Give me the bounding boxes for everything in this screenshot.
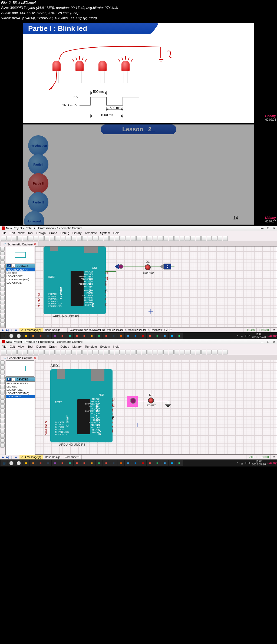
tray-chevron[interactable]: へ xyxy=(237,334,239,338)
menu-file[interactable]: File xyxy=(2,231,6,235)
device-led-red[interactable]: LED-RED xyxy=(6,385,35,388)
tool-button[interactable] xyxy=(0,301,5,305)
toolbar-button[interactable] xyxy=(185,350,190,354)
mini-view[interactable] xyxy=(6,247,34,263)
tab-close-icon[interactable]: ✕ xyxy=(34,356,36,359)
taskbar-app[interactable]: ■ xyxy=(132,460,139,466)
taskbar-app[interactable]: ■ xyxy=(30,460,37,466)
taskbar-app[interactable]: ⚪ xyxy=(8,460,15,466)
toolbar-button[interactable] xyxy=(196,350,201,354)
toolbar-button[interactable] xyxy=(12,350,17,354)
toolbar-button[interactable] xyxy=(66,236,71,241)
tool-button[interactable] xyxy=(0,318,5,323)
toolbar-button[interactable] xyxy=(109,236,114,241)
menu-help[interactable]: Help xyxy=(113,345,120,348)
device-arduino[interactable]: ARDUINO UNO R3 xyxy=(6,268,35,271)
taskbar-app[interactable]: ■ xyxy=(59,460,66,466)
taskbar-app[interactable]: ■ xyxy=(154,333,161,339)
toolbar-button[interactable] xyxy=(77,236,82,241)
taskbar-app[interactable]: ■ xyxy=(176,333,183,339)
taskbar-app[interactable]: ■ xyxy=(169,460,176,466)
tool-button[interactable] xyxy=(0,296,5,300)
menu-system[interactable]: System xyxy=(100,345,110,348)
maximize-button[interactable]: ☐ xyxy=(265,339,271,344)
tool-button[interactable] xyxy=(0,247,5,251)
taskbar-app[interactable]: ⚪ xyxy=(15,333,22,339)
menu-system[interactable]: System xyxy=(100,231,110,235)
minimize-button[interactable]: — xyxy=(259,226,265,231)
menu-library[interactable]: Library xyxy=(72,345,82,348)
toolbar-button[interactable] xyxy=(212,350,217,354)
tool-button[interactable] xyxy=(0,409,5,413)
tool-button[interactable] xyxy=(0,283,5,287)
play-button[interactable]: ▶ xyxy=(1,328,5,332)
taskbar-app[interactable]: ■ xyxy=(88,460,95,466)
logic-state-input[interactable] xyxy=(115,264,123,270)
toolbar-button[interactable] xyxy=(17,350,22,354)
taskbar-app[interactable]: ⊞ xyxy=(1,460,8,466)
taskbar-app[interactable]: ■ xyxy=(147,460,154,466)
taskbar-app[interactable]: ■ xyxy=(52,333,59,339)
pause-button[interactable]: || xyxy=(10,455,14,459)
menu-design[interactable]: Design xyxy=(37,345,46,348)
toolbar-button[interactable] xyxy=(163,236,168,241)
tray-chevron[interactable]: へ xyxy=(237,461,239,465)
toolbar-button[interactable] xyxy=(98,236,103,241)
arduino-board[interactable]: AREF RESET ANALOG IN DIGITAL (~PWM) TX R… xyxy=(44,247,106,314)
toolbar-button[interactable] xyxy=(55,350,60,354)
toolbar-button[interactable] xyxy=(1,236,6,241)
status-messages[interactable]: ⚠ 4 Message(s) xyxy=(19,328,43,332)
tool-button[interactable] xyxy=(0,385,5,389)
toolbar-button[interactable] xyxy=(180,350,184,354)
bubble-partie-2[interactable]: Partie II xyxy=(28,173,48,193)
taskbar-app[interactable]: ■ xyxy=(59,333,66,339)
tray-volume[interactable]: △ xyxy=(241,462,243,465)
status-sheet[interactable]: Root sheet 1 xyxy=(63,455,82,459)
toolbar-button[interactable] xyxy=(71,236,76,241)
tray-lang[interactable]: FRA xyxy=(245,334,250,337)
taskbar-app[interactable]: ⚪ xyxy=(8,333,15,339)
taskbar-app[interactable]: ⚪ xyxy=(15,460,22,466)
maximize-button[interactable]: ☐ xyxy=(265,226,271,231)
toolbar-button[interactable] xyxy=(142,350,147,354)
tool-button[interactable] xyxy=(0,429,5,433)
tool-button[interactable] xyxy=(0,292,5,296)
taskbar-app[interactable]: ■ xyxy=(110,333,117,339)
tool-button[interactable] xyxy=(0,419,5,423)
menu-design[interactable]: Design xyxy=(37,231,46,235)
toolbar-button[interactable] xyxy=(109,350,114,354)
toolbar-button[interactable] xyxy=(212,236,217,241)
menu-tool[interactable]: Tool xyxy=(28,231,33,235)
menu-graph[interactable]: Graph xyxy=(49,345,57,348)
tool-button[interactable] xyxy=(0,274,5,278)
status-messages[interactable]: ⚠ 4 Message(s) xyxy=(19,455,43,459)
menu-template[interactable]: Template xyxy=(85,231,97,235)
toolbar-button[interactable] xyxy=(136,350,141,354)
toolbar-button[interactable] xyxy=(88,236,93,241)
taskbar-app[interactable]: ■ xyxy=(125,460,132,466)
toolbar-button[interactable] xyxy=(66,350,71,354)
taskbar-app[interactable]: ■ xyxy=(125,333,132,339)
taskbar-app[interactable]: ■ xyxy=(117,460,124,466)
toolbar-button[interactable] xyxy=(44,236,49,241)
toolbar-button[interactable] xyxy=(98,350,103,354)
taskbar-app[interactable]: ■ xyxy=(169,333,176,339)
logic-probe-output[interactable]: 0 xyxy=(160,264,171,270)
taskbar-app[interactable]: ■ xyxy=(147,333,154,339)
taskbar-app[interactable]: ■ xyxy=(44,460,51,466)
toolbar-button[interactable] xyxy=(120,350,125,354)
menu-graph[interactable]: Graph xyxy=(49,231,57,235)
toolbar-button[interactable] xyxy=(88,350,93,354)
toolbar-button[interactable] xyxy=(104,236,109,241)
taskbar-app[interactable]: ■ xyxy=(66,333,73,339)
pause-button[interactable]: || xyxy=(10,328,14,332)
tool-button[interactable] xyxy=(0,251,5,255)
taskbar-app[interactable]: ■ xyxy=(117,333,124,339)
mini-view-2[interactable] xyxy=(6,360,34,377)
toolbar-button[interactable] xyxy=(39,350,44,354)
toolbar-button[interactable] xyxy=(126,236,130,241)
taskbar-app[interactable]: ■ xyxy=(88,333,95,339)
taskbar-app[interactable]: ■ xyxy=(30,333,37,339)
toolbar-button[interactable] xyxy=(153,350,157,354)
toolbar-button[interactable] xyxy=(217,350,222,354)
